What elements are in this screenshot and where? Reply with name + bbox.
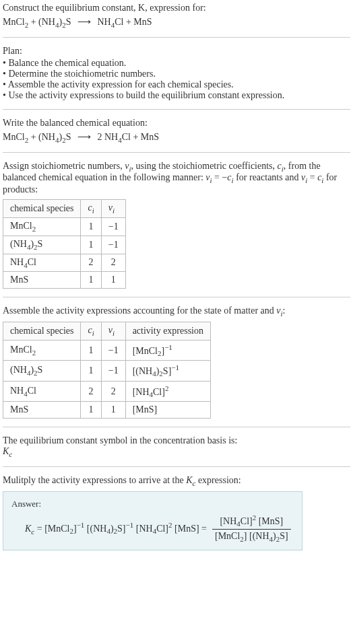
ci-cell: 1: [81, 402, 101, 419]
divider: [3, 427, 350, 427]
species-cell: NH4Cl: [3, 381, 81, 401]
species-cell: NH4Cl: [3, 254, 81, 272]
symbol-text: The equilibrium constant symbol in the c…: [3, 435, 350, 446]
species-cell: MnS: [3, 402, 81, 419]
nui-cell: −1: [101, 236, 125, 254]
species-cell: MnCl2: [3, 217, 81, 236]
nui-cell: −1: [101, 340, 125, 360]
nui-cell: 1: [101, 402, 125, 419]
divider: [3, 466, 350, 467]
nui-cell: −1: [101, 217, 125, 236]
species-cell: MnS: [3, 272, 81, 289]
col-ci: ci: [81, 322, 101, 341]
divider: [3, 109, 350, 110]
table-row: MnCl2 1 −1 [MnCl2]−1: [3, 340, 211, 360]
assemble-section: Assemble the activity expressions accoun…: [3, 306, 350, 419]
species-cell: MnCl2: [3, 340, 81, 360]
col-species: chemical species: [3, 200, 81, 218]
col-ci: ci: [81, 200, 101, 218]
activity-cell: [MnS]: [125, 402, 210, 419]
assign-text: Assign stoichiometric numbers, νi, using…: [3, 161, 350, 196]
kc-numerator: [NH4Cl]2 [MnS]: [212, 513, 291, 530]
table-row: NH4Cl 2 2 [NH4Cl]2: [3, 381, 211, 401]
assemble-text: Assemble the activity expressions accoun…: [3, 306, 350, 318]
activity-cell: [(NH4)2S]−1: [125, 361, 210, 381]
plan-list: Balance the chemical equation. Determine…: [3, 58, 350, 101]
plan-item: Determine the stoichiometric numbers.: [3, 69, 350, 79]
table-row: (NH4)2S 1 −1 [(NH4)2S]−1: [3, 361, 211, 381]
stoich-table-1: chemical species ci νi MnCl2 1 −1 (NH4)2…: [3, 199, 126, 289]
answer-label: Answer:: [11, 499, 294, 509]
multiply-text: Mulitply the activity expressions to arr…: [3, 475, 350, 487]
balanced-prompt: Write the balanced chemical equation:: [3, 118, 350, 129]
species-cell: (NH4)2S: [3, 236, 81, 254]
ci-cell: 2: [81, 381, 101, 401]
prompt-text: Construct the equilibrium constant, K, e…: [3, 3, 350, 13]
balanced-section: Write the balanced chemical equation: Mn…: [3, 118, 350, 144]
ci-cell: 1: [81, 236, 101, 254]
kc-symbol: Kc: [3, 446, 350, 458]
balanced-equation: MnCl2 + (NH4)2S ⟶ 2 NH4Cl + MnS: [3, 131, 350, 144]
plan-item: Assemble the activity expression for eac…: [3, 79, 350, 90]
ci-cell: 1: [81, 361, 101, 381]
activity-table: chemical species ci νi activity expressi…: [3, 322, 211, 419]
table-row: NH4Cl 2 2: [3, 254, 126, 272]
table-row: (NH4)2S 1 −1: [3, 236, 126, 254]
divider: [3, 37, 350, 38]
header-section: Construct the equilibrium constant, K, e…: [3, 3, 350, 29]
col-nui: νi: [101, 322, 125, 341]
activity-cell: [MnCl2]−1: [125, 340, 210, 360]
ci-cell: 2: [81, 254, 101, 272]
plan-item: Balance the chemical equation.: [3, 58, 350, 69]
col-nui: νi: [101, 200, 125, 218]
table-row: MnS 1 1: [3, 272, 126, 289]
nui-cell: −1: [101, 361, 125, 381]
table-header-row: chemical species ci νi: [3, 200, 126, 218]
assign-section: Assign stoichiometric numbers, νi, using…: [3, 161, 350, 289]
kc-fraction: [NH4Cl]2 [MnS] [MnCl2] [(NH4)2S]: [212, 513, 291, 543]
nui-cell: 1: [101, 272, 125, 289]
activity-cell: [NH4Cl]2: [125, 381, 210, 401]
plan-section: Plan: Balance the chemical equation. Det…: [3, 46, 350, 101]
kc-lhs: Kc = [MnCl2]−1 [(NH4)2S]−1 [NH4Cl]2 [MnS…: [25, 521, 207, 535]
ci-cell: 1: [81, 217, 101, 236]
multiply-section: Mulitply the activity expressions to arr…: [3, 475, 350, 550]
col-activity: activity expression: [125, 322, 210, 341]
unbalanced-equation: MnCl2 + (NH4)2S ⟶ NH4Cl + MnS: [3, 16, 350, 29]
table-row: MnS 1 1 [MnS]: [3, 402, 211, 419]
table-header-row: chemical species ci νi activity expressi…: [3, 322, 211, 341]
col-species: chemical species: [3, 322, 81, 341]
ci-cell: 1: [81, 340, 101, 360]
species-cell: (NH4)2S: [3, 361, 81, 381]
symbol-section: The equilibrium constant symbol in the c…: [3, 435, 350, 458]
divider: [3, 297, 350, 297]
table-row: MnCl2 1 −1: [3, 217, 126, 236]
prompt-line1: Construct the equilibrium constant, K, e…: [3, 3, 206, 13]
divider: [3, 152, 350, 153]
nui-cell: 2: [101, 254, 125, 272]
kc-expression: Kc = [MnCl2]−1 [(NH4)2S]−1 [NH4Cl]2 [MnS…: [11, 513, 294, 543]
plan-item: Use the activity expressions to build th…: [3, 90, 350, 101]
answer-box: Answer: Kc = [MnCl2]−1 [(NH4)2S]−1 [NH4C…: [3, 491, 302, 550]
plan-title: Plan:: [3, 46, 350, 57]
ci-cell: 1: [81, 272, 101, 289]
kc-denominator: [MnCl2] [(NH4)2S]: [212, 530, 291, 543]
nui-cell: 2: [101, 381, 125, 401]
